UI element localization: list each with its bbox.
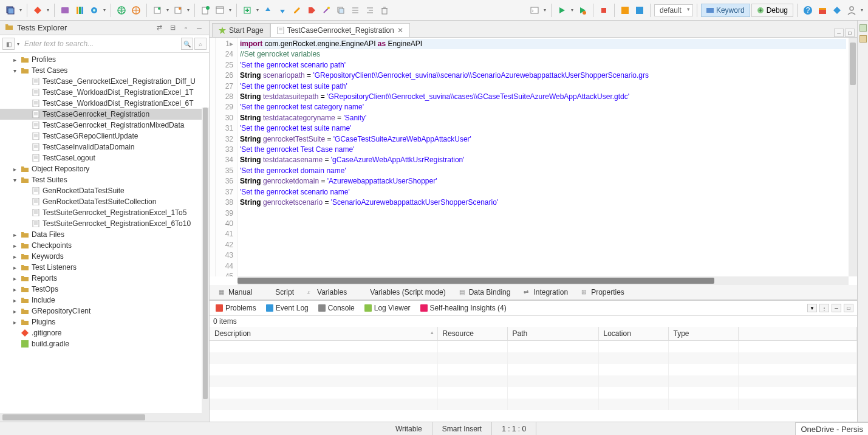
profile-selector[interactable]: default: [654, 4, 693, 16]
spy-web-button[interactable]: [58, 4, 72, 17]
close-icon[interactable]: ✕: [397, 26, 403, 35]
tree-folder-test-cases[interactable]: ▾Test Cases: [0, 65, 209, 76]
move-up-button[interactable]: [261, 4, 275, 17]
web-globe-button[interactable]: [115, 4, 128, 17]
web-globe2-button[interactable]: [129, 4, 143, 17]
filter-button[interactable]: ▼: [807, 304, 817, 312]
bottom-tab-console[interactable]: Console: [316, 302, 357, 314]
help-button[interactable]: ?: [801, 4, 815, 17]
git-dropdown[interactable]: ▾: [46, 7, 50, 13]
subtab-manual[interactable]: ▦Manual: [212, 285, 259, 300]
tree-vscrollbar[interactable]: [202, 108, 209, 413]
tree-folder-testops[interactable]: ▸TestOps: [0, 284, 209, 295]
tab-start-page[interactable]: Start Page: [212, 23, 270, 37]
tree-folder-include[interactable]: ▸Include: [0, 295, 209, 306]
outdent-button[interactable]: [363, 4, 377, 17]
tree-folder-checkpoints[interactable]: ▸Checkpoints: [0, 240, 209, 251]
copy-button[interactable]: [334, 4, 347, 17]
tag-button[interactable]: [305, 4, 318, 17]
subtab-properties[interactable]: ⊞Properties: [575, 285, 631, 300]
subtab-integration[interactable]: ⇄Integration: [517, 285, 575, 300]
move-down-button[interactable]: [276, 4, 289, 17]
save-dropdown[interactable]: ▾: [18, 7, 23, 13]
search-scope-button[interactable]: ◧: [2, 38, 15, 50]
analytics-button[interactable]: [618, 4, 632, 17]
tree-file-testcasegenrocket-registrationmixeddata[interactable]: TestCaseGenrocket_RegistrationMixedData: [0, 120, 209, 131]
bottom-tab-problems[interactable]: Problems: [213, 302, 259, 314]
collapse-button[interactable]: ⊟: [168, 24, 177, 32]
save-all-button[interactable]: [4, 4, 17, 17]
tree-folder-profiles[interactable]: ▸Profiles: [0, 54, 209, 65]
tree-folder-object-repository[interactable]: ▸Object Repository: [0, 163, 209, 174]
tree-folder-reports[interactable]: ▸Reports: [0, 273, 209, 284]
edit-button[interactable]: [290, 4, 304, 17]
wand-button[interactable]: [320, 4, 333, 17]
col-location[interactable]: Location: [598, 327, 668, 341]
onedrive-notification[interactable]: OneDrive - Persis: [795, 422, 868, 436]
delete-button[interactable]: [378, 4, 391, 17]
terminal-button[interactable]: [528, 4, 541, 17]
search-exec-button[interactable]: 🔍: [181, 38, 193, 50]
subtab-script[interactable]: Script: [259, 285, 301, 300]
tree-file-build-gradle[interactable]: build.gradle: [0, 338, 209, 349]
tree-file-genrocketdatatestsuitecollection[interactable]: GenRocketDataTestSuiteCollection: [0, 196, 209, 207]
indent-button[interactable]: [349, 4, 362, 17]
tree-folder-grepositoryclient[interactable]: ▸GRepositoryClient: [0, 306, 209, 317]
min-editor-button[interactable]: ─: [834, 29, 844, 37]
record-dropdown[interactable]: ▾: [102, 7, 107, 13]
spy-mobile-button[interactable]: [73, 4, 86, 17]
max-bottom-button[interactable]: □: [844, 304, 853, 312]
tree-folder-data-files[interactable]: ▸Data Files: [0, 229, 209, 240]
tree[interactable]: ▸Profiles▾Test CasesTestCase_GenrocketEx…: [0, 53, 209, 413]
run-button[interactable]: [555, 4, 569, 17]
add-button[interactable]: [241, 4, 254, 17]
min-bottom-button[interactable]: ─: [832, 304, 841, 312]
tree-file-testcaseinvaliddatadomain[interactable]: TestCaseInvalidDataDomain: [0, 142, 209, 152]
stop-button[interactable]: [597, 4, 610, 17]
tree-file-testcase-genrocketexcel-registration-diff-u[interactable]: TestCase_GenrocketExcel_Registration_Dif…: [0, 76, 209, 87]
col-description[interactable]: Description▴: [210, 327, 437, 341]
tree-file--gitignore[interactable]: .gitignore: [0, 327, 209, 338]
capture2-button[interactable]: [171, 4, 185, 17]
notifications-button[interactable]: [830, 4, 844, 17]
max-editor-button[interactable]: □: [845, 29, 855, 37]
subtab-variables-script-mode-[interactable]: Variables (Script mode): [354, 285, 453, 300]
tree-file-testcase-workloaddist-registrationexcel-1t[interactable]: TestCase_WorkloadDist_RegistrationExcel_…: [0, 87, 209, 98]
search-input[interactable]: [22, 37, 180, 50]
bottom-tab-log-viewer[interactable]: Log Viewer: [362, 302, 413, 314]
account-button[interactable]: [845, 4, 858, 17]
tree-file-testsuitegenrocket-registrationexcel-1to5[interactable]: TestSuiteGenrocket_RegistrationExcel_1To…: [0, 207, 209, 218]
col-type[interactable]: Type: [668, 327, 738, 341]
bottom-tab-self-healing-insights-4-[interactable]: Self-healing Insights (4): [418, 302, 509, 314]
tree-folder-keywords[interactable]: ▸Keywords: [0, 251, 209, 262]
editor-vscrollbar[interactable]: [849, 38, 857, 276]
tree-hscrollbar[interactable]: [0, 413, 209, 422]
code-editor[interactable]: import com.genRocket.engine.EngineAPI as…: [238, 38, 849, 276]
subtab-data-binding[interactable]: ▤Data Binding: [453, 285, 518, 300]
search-clear-button[interactable]: ⌕: [194, 38, 207, 50]
testops-button[interactable]: [633, 4, 646, 17]
link-button[interactable]: ⇄: [154, 24, 164, 32]
view-menu-button[interactable]: ▫: [181, 24, 191, 32]
tree-file-testsuitegenrocket-registrationexcel-6to10[interactable]: TestSuiteGenrocket_RegistrationExcel_6To…: [0, 218, 209, 229]
tree-file-testcaselogout[interactable]: TestCaseLogout: [0, 152, 209, 163]
tab-testcasegenrocket-registration[interactable]: TestCaseGenrocket_Registration✕: [270, 23, 410, 37]
problems-table[interactable]: Description▴ResourcePathLocationType: [210, 327, 857, 422]
gift-button[interactable]: [816, 4, 829, 17]
tree-folder-test-suites[interactable]: ▾Test Suites: [0, 174, 209, 185]
keyword-button[interactable]: Keyword: [701, 4, 750, 17]
run-debug-button[interactable]: [576, 4, 589, 17]
tree-folder-plugins[interactable]: ▸Plugins: [0, 317, 209, 327]
fold-strip[interactable]: [210, 38, 216, 276]
col-resource[interactable]: Resource: [437, 327, 507, 341]
bottom-tab-event-log[interactable]: Event Log: [264, 302, 311, 314]
new-testcase-button[interactable]: [199, 4, 212, 17]
subtab-variables[interactable]: 𝑥Variables: [301, 285, 354, 300]
editor-hscrollbar[interactable]: [238, 276, 849, 285]
git-button[interactable]: [31, 4, 44, 17]
tree-folder-test-listeners[interactable]: ▸Test Listeners: [0, 262, 209, 273]
tree-file-genrocketdatatestsuite[interactable]: GenRocketDataTestSuite: [0, 185, 209, 196]
outline-toggle[interactable]: [859, 24, 867, 32]
record-button[interactable]: [87, 4, 101, 17]
menu-button[interactable]: ⋮: [819, 304, 829, 312]
